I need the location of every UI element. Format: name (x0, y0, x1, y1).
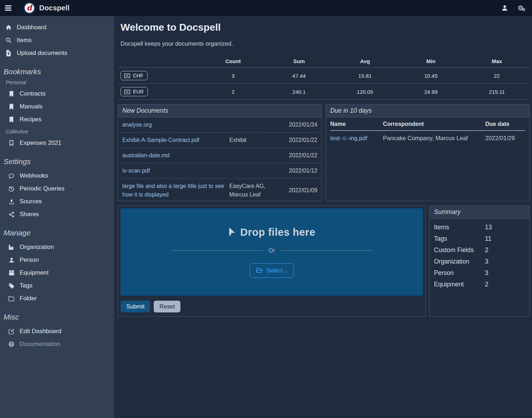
summary-value: 2 (485, 279, 525, 290)
summary-row: Person 3 (434, 267, 525, 279)
settings-menu-button[interactable]: ⚙ ⚙ (517, 5, 526, 12)
currency-badge-eur: EUR (121, 87, 148, 96)
sidebar-item-dashboard[interactable]: Dasbhoard (0, 21, 114, 34)
search-icon (5, 37, 12, 44)
sidebar-item-expenses-2021[interactable]: Expenses 2021 (0, 137, 114, 149)
sidebar-item-sources[interactable]: Sources (0, 195, 114, 208)
section-title-manage: Manage (4, 229, 114, 237)
sidebar-item-label: Expenses 2021 (20, 139, 61, 147)
stats-row-chf: CHF 3 47.44 15.81 10.45 22 (118, 68, 530, 84)
section-title-bookmarks: Bookmarks (4, 67, 114, 76)
sidebar-item-label: Upload documents (17, 50, 67, 57)
document-link[interactable]: Exhibit-A-Sample-Contract.pdf (122, 136, 229, 144)
sidebar-item-manuals[interactable]: Manuals (0, 100, 114, 113)
section-title-settings: Settings (4, 157, 114, 166)
summary-label: Organization (434, 256, 485, 267)
sidebar-item-periodic-queries[interactable]: Periodic Queries (0, 182, 114, 195)
brand-name: Docspell (39, 4, 70, 12)
money-bill-icon (124, 90, 130, 94)
user-account-button[interactable] (501, 5, 508, 11)
sidebar-item-equipment[interactable]: Equipment (0, 266, 114, 279)
summary-label: Tags (434, 233, 485, 244)
sidebar-item-edit-dashboard[interactable]: Edit Dashboard (0, 325, 114, 338)
sidebar-item-items[interactable]: Items (0, 34, 114, 47)
select-files-button[interactable]: Select... (250, 263, 294, 278)
box-icon (8, 270, 15, 276)
sidebar-item-tags[interactable]: Tags (0, 279, 114, 292)
summary-panel: Summary Items 13 Tags 11 Custom Fields 2… (429, 205, 530, 317)
summary-label: Equipment (434, 279, 485, 290)
summary-value: 3 (485, 256, 525, 267)
hamburger-icon (5, 5, 11, 11)
sidebar-item-webhooks[interactable]: Webhooks (0, 169, 114, 182)
document-link[interactable]: analyse.org (122, 121, 229, 129)
document-link[interactable]: australian-date.md (122, 151, 229, 160)
summary-row: Equipment 2 (434, 279, 525, 290)
sidebar-item-label: Periodic Queries (20, 185, 65, 192)
stats-row-eur: EUR 2 240.1 120.05 24.99 215.11 (118, 84, 530, 100)
sidebar-item-person[interactable]: Person (0, 254, 114, 266)
page-title: Welcome to Docspell (121, 22, 530, 33)
subsection-collective: Collective (6, 129, 114, 134)
bookmark-icon (8, 117, 15, 123)
menu-toggle-button[interactable] (0, 0, 16, 16)
sidebar-item-label: Webhooks (20, 172, 48, 179)
document-link[interactable]: large file and also a large title just t… (122, 182, 229, 199)
or-label: Or (268, 248, 275, 254)
brand-link[interactable]: d Docspell (23, 2, 70, 15)
stats-header-sum: Sum (266, 55, 332, 68)
select-button-label: Select... (266, 267, 287, 274)
summary-value: 2 (485, 244, 525, 256)
document-date: 2022/01/24 (283, 122, 317, 128)
panel-title: New Documents (118, 104, 322, 117)
edit-icon (8, 328, 15, 335)
sidebar-item-contracts[interactable]: Contracts (0, 87, 114, 100)
stat-min: 24.99 (398, 84, 464, 100)
stat-avg: 120.05 (332, 84, 398, 100)
section-title-misc: Misc (4, 313, 114, 321)
due-header-name: Name (330, 121, 380, 127)
sidebar-item-recipes[interactable]: Recipes (0, 113, 114, 126)
subsection-personal: Personal (6, 80, 114, 85)
person-icon (8, 257, 15, 263)
reset-button[interactable]: Reset (154, 301, 180, 312)
drop-label: Drop files here (240, 226, 316, 238)
stats-header-min: Min (398, 55, 464, 68)
sidebar-item-organization[interactable]: Organization (0, 241, 114, 254)
due-panel: Due in 10 days Name Correspondent Due da… (326, 104, 530, 201)
due-header-date: Due date (485, 121, 525, 127)
sidebar-item-label: Tags (20, 282, 32, 289)
document-link[interactable]: iv-scan.pdf (122, 167, 229, 175)
file-dropzone[interactable]: Drop files here Or Select... (121, 208, 423, 296)
due-row: test-☺-ing.pdf Pancake Company, Marcus L… (330, 131, 525, 146)
industry-icon (8, 244, 15, 250)
document-row: Exhibit-A-Sample-Contract.pdf Exhibit 20… (118, 133, 322, 148)
tag-icon (8, 283, 15, 289)
summary-value: 3 (485, 267, 525, 279)
sidebar-item-upload-documents[interactable]: Upload documents (0, 47, 114, 60)
sidebar-item-label: Manuals (20, 103, 42, 110)
panel-title: Due in 10 days (326, 104, 530, 117)
stat-count: 2 (200, 84, 266, 100)
sidebar-item-documentation[interactable]: ? Documentation (0, 338, 114, 351)
stat-count: 3 (200, 68, 266, 84)
submit-button[interactable]: Submit (121, 301, 150, 312)
summary-value: 11 (485, 233, 525, 244)
logo-letter: d (25, 3, 34, 13)
sidebar-item-folder[interactable]: Folder (0, 292, 114, 305)
document-date: 2022/01/22 (283, 137, 317, 143)
summary-row: Items 13 (434, 221, 525, 233)
topbar: d Docspell ⚙ ⚙ (0, 0, 532, 16)
due-document-link[interactable]: test-☺-ing.pdf (330, 135, 380, 142)
folder-icon (8, 296, 15, 301)
bookmark-icon (8, 104, 15, 110)
stat-sum: 240.1 (266, 84, 332, 100)
question-circle-icon: ? (8, 341, 15, 347)
stats-header-empty (118, 55, 200, 68)
upload-panel: Drop files here Or Select... Submit Rese… (118, 205, 426, 317)
sidebar-item-shares[interactable]: Shares (0, 208, 114, 221)
mouse-pointer-icon (228, 227, 236, 237)
new-documents-panel: New Documents analyse.org 2022/01/24 Exh… (118, 104, 322, 201)
sidebar-item-label: Person (20, 256, 39, 264)
currency-badge-chf: CHF (121, 71, 148, 80)
